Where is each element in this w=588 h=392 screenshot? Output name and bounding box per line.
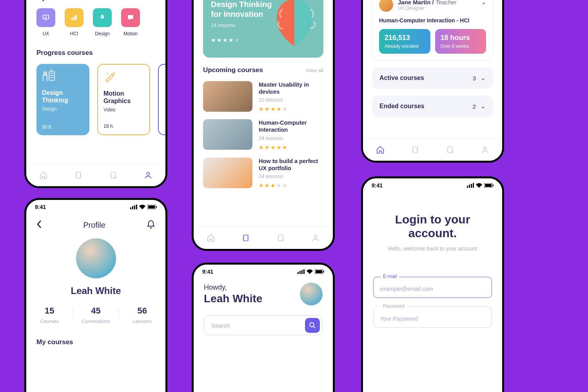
tab-home[interactable] [206,233,216,243]
course-row[interactable]: Master Usability in devices 10 lessons ★… [203,81,323,112]
screen-profile: 9:41 Profile Leah White 15 Courses 45 Co… [24,198,167,392]
course-row[interactable]: Human-Computer Interaction 24 lessons ★★… [203,119,323,150]
active-courses-row[interactable]: Active courses 3⌄ [372,67,493,89]
view-all-link[interactable]: View all [306,67,323,73]
rating-stars: ★★★★★ [259,144,323,151]
my-courses-title: My courses [36,0,155,2]
chevron-up-icon: ⌃ [481,2,486,8]
status-bar: 9:41 [26,200,165,212]
tab-profile[interactable] [143,171,153,180]
screen-teacher: Jane Martin / Teacher UX Designer ⌃ Huma… [361,0,504,163]
tab-profile[interactable] [311,233,320,243]
tab-docs[interactable] [410,145,420,154]
progress-card[interactable]: A Design Thinking Design 30 h. [36,64,89,135]
status-bar: 9:41 [194,265,333,277]
svg-rect-37 [493,185,494,186]
rating-stars: ★★★★★ [259,182,323,189]
svg-point-12 [314,235,317,238]
back-button[interactable] [36,220,42,230]
tab-home[interactable] [376,145,385,154]
featured-course-card[interactable]: Design Thinking for Innovation 24 lesson… [203,0,323,58]
tab-home[interactable] [39,171,48,180]
svg-rect-24 [299,271,301,274]
profile-avatar[interactable] [76,238,116,278]
pencil-cup-icon: A [42,69,56,84]
svg-point-9 [147,172,149,175]
svg-rect-16 [130,207,131,209]
my-courses-title: My courses [36,338,155,346]
svg-rect-18 [134,205,135,209]
svg-point-30 [310,323,314,327]
search-button[interactable] [305,318,320,333]
status-icons [467,183,494,188]
course-badge-design[interactable]: Design [93,8,112,36]
svg-rect-10 [243,235,248,241]
greeting-name: Leah White [204,292,262,305]
tab-notes[interactable] [109,171,118,180]
svg-rect-33 [471,184,472,188]
course-thumbnail [203,158,252,188]
svg-rect-1 [71,18,73,20]
teacher-avatar [379,0,393,12]
chart-icon [65,8,83,27]
search-field[interactable] [204,316,323,335]
teacher-header[interactable]: Jane Martin / Teacher UX Designer ⌃ [379,0,486,12]
profile-avatar[interactable] [300,283,323,305]
course-badge-hci[interactable]: HCI [65,8,83,36]
svg-rect-31 [467,186,468,188]
screen-courses: My courses UX HCI Design [24,0,167,188]
svg-rect-22 [156,206,157,208]
progress-card[interactable]: Motion Graphics Video 18 h. [97,64,150,135]
greeting: Howdy, [204,283,262,292]
course-thumbnail [203,81,252,112]
chevron-down-icon: ⌄ [481,74,486,82]
screen-upcoming: Design Thinking for Innovation 24 lesson… [192,0,335,251]
ended-courses-row[interactable]: Ended courses 2⌄ [372,96,493,117]
course-row[interactable]: How to build a perfect UX portfolio 24 l… [203,158,323,189]
stat-courses: 15 Courses [26,306,73,324]
svg-rect-2 [73,16,74,20]
svg-rect-13 [413,147,417,152]
stat-duration: 18 hours Over 8 weeks [435,29,486,54]
tab-docs[interactable] [241,233,250,243]
password-field[interactable]: Password Your Password [373,307,492,328]
svg-rect-5 [49,72,54,80]
welcome-text: Hello, welcome back to your account [363,245,502,252]
svg-rect-19 [136,205,137,209]
svg-text:A: A [50,69,53,72]
tab-profile[interactable] [480,145,490,154]
search-input[interactable] [211,322,305,329]
svg-rect-23 [298,272,299,274]
tab-docs[interactable] [74,171,83,180]
svg-rect-36 [485,184,492,187]
profile-name: Leah White [26,285,165,296]
course-badge-motion[interactable]: Motion [121,8,140,36]
svg-rect-7 [76,172,81,178]
svg-point-15 [483,147,486,149]
chevron-down-icon: ⌄ [481,103,486,110]
chat-icon [121,8,140,27]
svg-rect-3 [75,15,76,20]
svg-rect-17 [132,206,133,209]
status-icons [130,205,157,209]
email-field[interactable]: E-mail example@email.com [373,277,492,298]
svg-rect-34 [473,183,474,188]
rocket-icon [93,8,112,27]
tab-notes[interactable] [445,145,455,154]
svg-rect-32 [469,185,470,188]
upcoming-title: Upcoming courses [203,66,263,74]
screen-login: 9:41 Login to your account. Hello, welco… [361,176,504,392]
presentation-icon [36,8,55,27]
page-title: Profile [83,221,105,230]
progress-courses-title: Progress courses [36,49,155,57]
status-bar: 9:41 [363,178,502,191]
bell-icon[interactable] [147,220,155,230]
stat-lessons: 56 Lessons [119,306,165,324]
status-icons [298,269,324,274]
stat-enrolled: 216,513 Already enrolled [379,29,430,54]
tab-notes[interactable] [276,233,285,243]
svg-rect-29 [323,271,324,272]
course-badge-ux[interactable]: UX [36,8,55,36]
screen-home-greeting: 9:41 Howdy, Leah White [192,263,335,392]
progress-card-peek[interactable] [158,64,167,135]
